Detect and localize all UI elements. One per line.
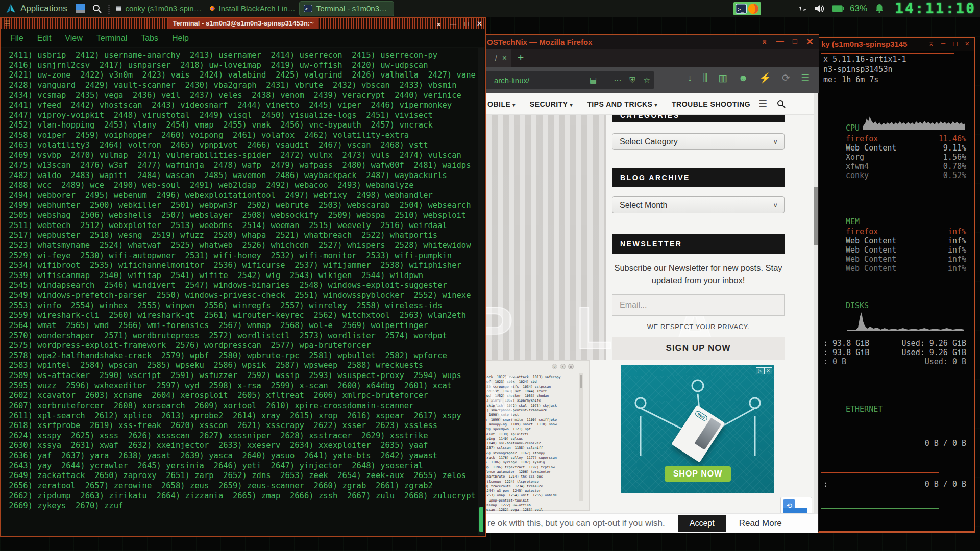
conky-cpu-proc-row: firefox11.46%	[846, 134, 966, 143]
newsletter-text: Subscribe our Newsletter for new posts. …	[612, 262, 785, 286]
new-tab-button[interactable]: +	[518, 52, 524, 64]
bookmark-star-icon[interactable]: ☆	[644, 76, 650, 85]
nav-item-mobile[interactable]: OBILE▾	[487, 100, 516, 108]
conky-ethernet-label: ETHERNET	[846, 405, 883, 414]
battery-percentage: 63%	[850, 4, 867, 14]
menu-view[interactable]: View	[65, 34, 82, 43]
close-icon[interactable]: ✕	[477, 20, 482, 27]
maximize-icon[interactable]: □	[953, 40, 957, 47]
disk-graph	[847, 310, 964, 331]
conky-mem-proc-row: firefoxinf%	[846, 227, 966, 236]
taskbar-item-conky[interactable]: conky (s1m0n3-spin…	[112, 2, 206, 16]
terminal-scrollbar[interactable]	[478, 48, 484, 535]
scroll-to-top-button[interactable]: ∧	[783, 508, 807, 513]
reader-mode-icon[interactable]: ▤	[590, 76, 597, 85]
minimize-icon[interactable]: —	[776, 37, 784, 46]
search-icon[interactable]	[92, 4, 102, 13]
conky-hostname: n3-spinsp31453n	[823, 65, 892, 74]
network-arrows-icon[interactable]	[797, 5, 807, 13]
conky-disk-row: : 0 BUsed: 0 B	[823, 357, 966, 366]
url-text[interactable]: arch-linux/	[494, 76, 529, 85]
taskbar-item-firefox[interactable]: Install BlackArch Lin…	[206, 2, 300, 16]
bell-icon[interactable]	[875, 4, 884, 13]
site-search-icon[interactable]	[777, 99, 786, 108]
category-select[interactable]: Select Category ∨	[612, 133, 785, 150]
menu-help[interactable]: Help	[172, 34, 189, 43]
pocket-icon[interactable]: ⛨	[629, 76, 635, 85]
menu-terminal[interactable]: Terminal	[96, 34, 127, 43]
downloads-icon[interactable]: ↓	[688, 73, 693, 83]
notification-tray[interactable]: >_	[733, 2, 761, 15]
conky-separator	[821, 53, 954, 54]
chevron-down-icon: ▾	[570, 102, 573, 108]
shop-now-button[interactable]: SHOP NOW	[665, 466, 731, 482]
nav-item-troubleshooting[interactable]: TROUBLE SHOOTING	[672, 100, 750, 108]
applications-menu[interactable]: Applications	[0, 0, 72, 17]
advertisement[interactable]: ▷✕ eset SHOP NOW	[621, 365, 774, 493]
terminal-icon[interactable]: >_	[736, 3, 747, 14]
minimize-icon[interactable]: —	[450, 20, 456, 27]
privacy-note: WE RESPECT YOUR PRIVACY.	[612, 323, 785, 331]
page-scrollbar-thumb[interactable]	[814, 187, 818, 245]
conky-cpu-label: CPU	[846, 123, 860, 133]
window-menu-icon[interactable]: ☰	[4, 19, 11, 28]
account-icon[interactable]: ☻	[738, 73, 748, 83]
menu-hamburger-icon[interactable]: ☰	[801, 73, 810, 83]
package-list: 2411) usbrip 2412) username-anarchy 2413…	[2, 48, 478, 511]
shade-icon[interactable]: ⌅	[929, 40, 933, 47]
site-menu-icon[interactable]: ☰	[758, 98, 767, 110]
ad-brand-label: eset	[694, 410, 708, 421]
close-icon[interactable]: ✕	[965, 40, 969, 47]
conky-cpu-proc-row: Xorg1.56%	[846, 153, 966, 162]
signup-button[interactable]: SIGN UP NOW	[612, 337, 785, 360]
minimize-icon[interactable]: —	[941, 40, 945, 47]
month-select[interactable]: Select Month ∨	[612, 196, 785, 213]
maximize-icon[interactable]: □	[793, 37, 797, 46]
show-desktop-icon[interactable]	[76, 4, 85, 13]
battery-icon[interactable]	[832, 5, 844, 12]
close-icon[interactable]: ✕	[806, 37, 814, 46]
cpu-graph	[863, 112, 965, 130]
library-icon[interactable]: ⫼	[703, 73, 708, 83]
tab-close-icon[interactable]: ×	[502, 54, 507, 63]
chevron-down-icon: ▾	[512, 102, 516, 108]
conky-mem-proc-row: Web Contentinf%	[846, 245, 966, 255]
conky-disks-label: DISKS	[846, 301, 869, 310]
menu-tabs[interactable]: Tabs	[141, 34, 158, 43]
page-scrollbar[interactable]	[814, 93, 818, 513]
terminal-output[interactable]: 2411) usbrip 2412) username-anarchy 2413…	[2, 48, 478, 535]
volume-icon[interactable]	[815, 4, 825, 13]
conky-titlebar[interactable]: ky (s1m0n3-spinsp3145 ⌅ — □ ✕	[816, 38, 974, 51]
conky-mem-label: MEM	[846, 217, 860, 227]
accept-cookies-button[interactable]: Accept	[678, 515, 726, 532]
conky-cpu-proc-row: xfwm40.78%	[846, 162, 966, 171]
shade-icon[interactable]: ⌅	[436, 20, 442, 27]
taskbar-item-terminal[interactable]: >_ Terminal - s1m0n3…	[300, 2, 394, 16]
terminal-scrollbar-thumb[interactable]	[479, 507, 483, 532]
conky-window-title: ky (s1m0n3-spinsp3145	[821, 40, 907, 48]
terminal-window: ☰ Terminal - s1m0n3@s1m0n3-spinsp31453n:…	[0, 17, 486, 537]
firefox-icon[interactable]	[748, 3, 759, 14]
minimize-dot-icon: ∨	[552, 364, 557, 369]
page-actions-icon[interactable]: ⋯	[614, 76, 621, 85]
extension-lightning-icon[interactable]: ⚡	[759, 73, 771, 83]
ad-choices-icons[interactable]: ▷✕	[756, 367, 772, 374]
conky-mem-proc-row: Web Contentinf%	[846, 255, 966, 264]
terminal-titlebar[interactable]: ☰ Terminal - s1m0n3@s1m0n3-spinsp31453n:…	[1, 18, 485, 29]
artix-logo-icon	[5, 3, 16, 14]
shade-icon[interactable]: ⌅	[761, 37, 768, 46]
conky-cpu-proc-row: conky0.52%	[846, 171, 966, 180]
cookie-text: re ok with this, but you can opt-out if …	[487, 518, 665, 529]
conky-mem-proc-row: Web Contentinf%	[846, 236, 966, 245]
maximize-icon[interactable]: □	[464, 20, 469, 27]
history-refresh-icon[interactable]: ⟳	[782, 73, 790, 83]
read-more-link[interactable]: Read More	[739, 518, 782, 529]
sidebar-toggle-icon[interactable]: ▥	[718, 73, 727, 83]
nav-item-security[interactable]: SECURITY▾	[530, 100, 573, 108]
menu-edit[interactable]: Edit	[37, 34, 52, 43]
menu-file[interactable]: File	[10, 34, 23, 43]
chevron-down-icon: ▾	[654, 102, 657, 108]
email-field[interactable]	[612, 294, 785, 316]
nav-item-tips[interactable]: TIPS AND TRICKS▾	[587, 100, 657, 108]
terminal-icon: >_	[304, 5, 312, 12]
